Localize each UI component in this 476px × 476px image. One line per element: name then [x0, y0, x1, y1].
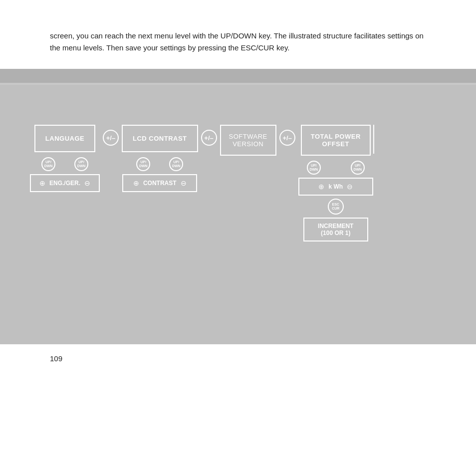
connector-1: +/–	[103, 130, 119, 146]
divider-bar	[0, 69, 476, 83]
language-updwn-left: UP/ DWN	[41, 157, 55, 171]
connector-3: +/–	[279, 130, 295, 146]
kwh-box: ⊕ k Wh ⊖	[298, 178, 373, 196]
increment-box: INCREMENT (100 OR 1)	[303, 218, 368, 241]
intro-paragraph: screen, you can reach the next menu leve…	[50, 30, 426, 54]
lcd-updwn-right: UP/ DWN	[169, 157, 183, 171]
total-power-main: TOTAL POWER OFFSET UP/ DWN UP/ DWN	[298, 125, 373, 241]
connector-circle-1: +/–	[103, 130, 119, 146]
software-version-column: SOFTWARE VERSION	[220, 125, 276, 156]
language-column: LANGUAGE UP/ DWN UP/ DWN ⊕ ENG./GER. ⊖	[30, 125, 100, 192]
connector-2: +/–	[201, 130, 217, 146]
language-updwn-right: UP/ DWN	[74, 157, 88, 171]
lcd-updwn-row: UP/ DWN UP/ DWN	[136, 157, 183, 171]
eng-ger-box: ⊕ ENG./GER. ⊖	[30, 174, 100, 192]
plus-icon-left: ⊕	[39, 179, 45, 187]
minus-icon-right: ⊖	[84, 179, 90, 187]
language-updwn-row: UP/ DWN UP/ DWN	[41, 157, 88, 171]
language-box: LANGUAGE	[34, 125, 95, 152]
plus-icon-contrast: ⊕	[133, 179, 139, 187]
lcd-updwn-left: UP/ DWN	[136, 157, 150, 171]
esc-cur-circle: ESC CUR	[328, 199, 344, 215]
tpo-updwn-left: UP/ DWN	[307, 161, 321, 175]
lcd-contrast-box: LCD CONTRAST	[122, 125, 198, 152]
connector-circle-3: +/–	[279, 130, 295, 146]
right-vertical-line	[373, 125, 374, 154]
tpo-updwn-row: UP/ DWN UP/ DWN	[307, 161, 365, 175]
connector-circle-2: +/–	[201, 130, 217, 146]
page-number: 109	[50, 354, 62, 363]
lcd-contrast-column: LCD CONTRAST UP/ DWN UP/ DWN ⊕ CONTRAST …	[122, 125, 198, 192]
contrast-box: ⊕ CONTRAST ⊖	[122, 174, 197, 192]
total-power-section: TOTAL POWER OFFSET UP/ DWN UP/ DWN	[298, 125, 374, 241]
minus-icon-kwh: ⊖	[347, 183, 353, 191]
page-number-section: 109	[0, 344, 476, 373]
diagram-content: LANGUAGE UP/ DWN UP/ DWN ⊕ ENG./GER. ⊖	[15, 115, 461, 241]
plus-icon-kwh: ⊕	[318, 183, 324, 191]
top-text-section: screen, you can reach the next menu leve…	[0, 0, 476, 69]
diagram-area: LANGUAGE UP/ DWN UP/ DWN ⊕ ENG./GER. ⊖	[0, 85, 476, 344]
tpo-updwn-right: UP/ DWN	[351, 161, 365, 175]
minus-icon-contrast: ⊖	[181, 179, 187, 187]
total-power-box: TOTAL POWER OFFSET	[301, 125, 371, 156]
software-version-box: SOFTWARE VERSION	[220, 125, 276, 156]
